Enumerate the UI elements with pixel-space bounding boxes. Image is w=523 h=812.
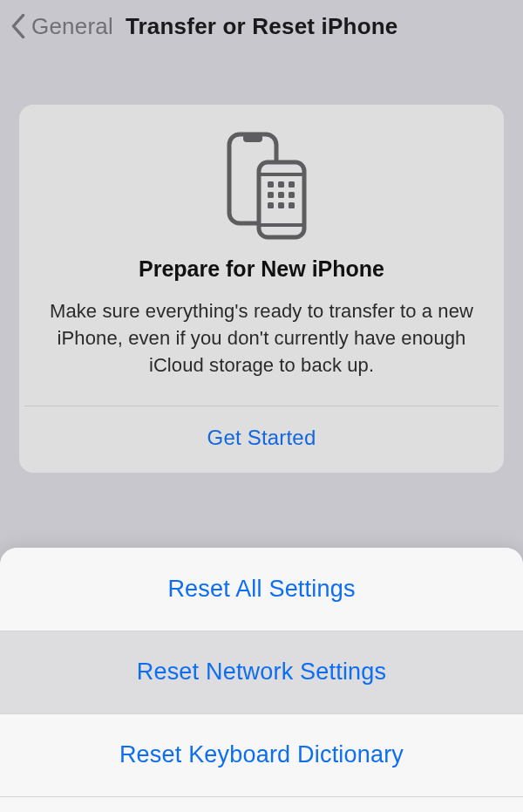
chevron-left-icon[interactable]: [7, 15, 30, 38]
nav-back-label[interactable]: General: [31, 13, 113, 40]
svg-rect-9: [278, 192, 284, 198]
get-started-button[interactable]: Get Started: [19, 406, 504, 473]
svg-rect-12: [278, 202, 284, 208]
svg-rect-6: [278, 181, 284, 188]
two-phones-icon: [210, 129, 313, 241]
svg-rect-11: [268, 202, 274, 208]
svg-rect-8: [268, 192, 274, 198]
card-content: Prepare for New iPhone Make sure everyth…: [19, 105, 504, 406]
svg-rect-7: [289, 181, 295, 188]
page-title: Transfer or Reset iPhone: [126, 13, 398, 40]
nav-bar: General Transfer or Reset iPhone: [0, 0, 523, 52]
sheet-option-reset-all-settings[interactable]: Reset All Settings: [0, 548, 523, 631]
card-title: Prepare for New iPhone: [139, 256, 384, 282]
svg-rect-10: [289, 192, 295, 198]
svg-rect-13: [289, 202, 295, 208]
prepare-card: Prepare for New iPhone Make sure everyth…: [19, 105, 504, 473]
reset-action-sheet: Reset All Settings Reset Network Setting…: [0, 548, 523, 812]
sheet-next-row-peek: [0, 796, 523, 812]
card-body-text: Make sure everything's ready to transfer…: [40, 297, 483, 379]
sheet-option-reset-network-settings[interactable]: Reset Network Settings: [0, 631, 523, 713]
svg-rect-5: [268, 181, 274, 188]
sheet-option-reset-keyboard-dictionary[interactable]: Reset Keyboard Dictionary: [0, 713, 523, 796]
svg-rect-1: [243, 134, 262, 142]
